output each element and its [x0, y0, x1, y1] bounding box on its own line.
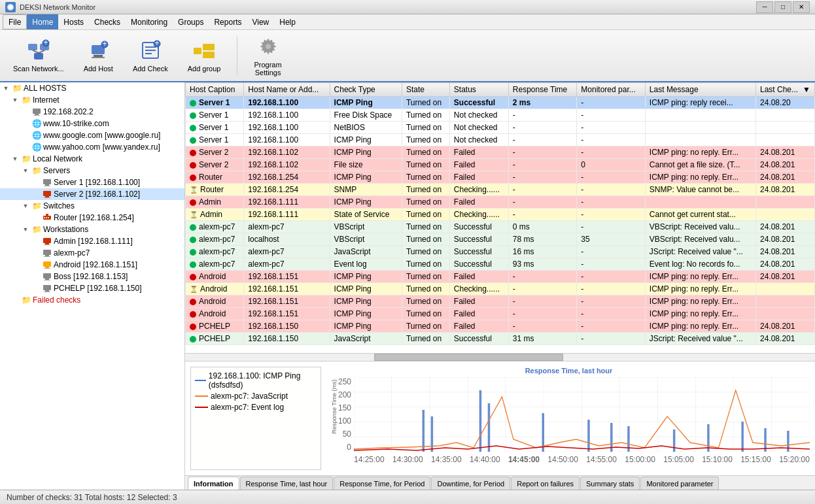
program-settings-button[interactable]: Program Settings [247, 31, 288, 80]
col-resp[interactable]: Response Time [508, 83, 577, 97]
add-group-button[interactable]: Add group [181, 35, 228, 76]
table-row[interactable]: alexm-pc7 alexm-pc7 JavaScript Turned on… [186, 246, 815, 258]
tree-item-boss[interactable]: Boss [192.168.1.153] [0, 271, 184, 282]
tree-item-failed[interactable]: 📁 Failed checks [0, 294, 184, 306]
svg-rect-32 [45, 196, 49, 197]
tree-label-boss: Boss [192.168.1.153] [54, 272, 184, 281]
col-check[interactable]: Check Type [330, 83, 402, 97]
tree-label-failed: Failed checks [33, 295, 184, 305]
tree-item-workstations[interactable]: ▼ 📁 Workstations [0, 224, 184, 235]
svg-rect-2 [28, 44, 37, 50]
cell-mon: 0 [577, 159, 646, 171]
tree-item-router[interactable]: Router [192.168.1.254] [0, 212, 184, 224]
tree-item-switches[interactable]: ▼ 📁 Switches [0, 200, 184, 212]
menu-help[interactable]: Help [274, 14, 301, 29]
cell-host: Server 1 [186, 122, 244, 134]
horizontal-scrollbar[interactable] [185, 353, 815, 361]
tree-item-192168202[interactable]: 192.168.202.2 [0, 106, 184, 118]
table-row[interactable]: PCHELP 192.168.1.150 ICMP Ping Turned on… [186, 320, 815, 333]
minimize-button[interactable]: ─ [756, 1, 773, 13]
table-row[interactable]: Android 192.168.1.151 ICMP Ping Turned o… [186, 295, 815, 308]
table-row[interactable]: Android 192.168.1.151 ICMP Ping Turned o… [186, 271, 815, 283]
cell-last: 24.08.201 [756, 184, 815, 196]
tree-item-google[interactable]: 🌐 www.google.com [www.google.ru] [0, 129, 184, 141]
cell-addr: 192.168.1.111 [244, 196, 330, 209]
host-gray-icon-4 [42, 283, 52, 294]
tab-monitored[interactable]: Monitored parameter [640, 477, 719, 490]
col-status[interactable]: Status [449, 83, 508, 97]
table-area[interactable]: Host Caption Host Name or Add... Check T… [185, 82, 815, 353]
table-row[interactable]: alexm-pc7 alexm-pc7 VBScript Turned on S… [186, 221, 815, 233]
tree-label-server1: Server 1 [192.168.1.100] [54, 178, 184, 187]
table-row[interactable]: ⏳Admin 192.168.1.111 State of Service Tu… [186, 209, 815, 221]
maximize-button[interactable]: □ [774, 1, 791, 13]
tree-item-server1[interactable]: Server 1 [192.168.1.100] [0, 176, 184, 188]
cell-addr: 192.168.1.100 [244, 97, 330, 109]
svg-rect-26 [35, 114, 39, 115]
cell-status: Failed [449, 295, 508, 308]
tree-item-localnet[interactable]: ▼ 📁 Local Network [0, 153, 184, 165]
tab-summary[interactable]: Summary stats [580, 477, 640, 490]
scroll-thumb[interactable] [374, 354, 563, 361]
tree-item-admin[interactable]: Admin [192.168.1.111] [0, 235, 184, 247]
tree-item-10strike[interactable]: 🌐 www.10-strike.com [0, 118, 184, 129]
tab-response-last-hour[interactable]: Response Time, last hour [240, 477, 334, 490]
menu-reports[interactable]: Reports [209, 14, 247, 29]
scan-network-button[interactable]: + Scan Network... [7, 35, 71, 76]
tree-item-server2[interactable]: Server 2 [192.168.1.102] [0, 188, 184, 200]
tree-item-pchelp[interactable]: PCHELP [192.168.1.150] [0, 282, 184, 294]
tree-item-alexm[interactable]: alexm-pc7 [0, 247, 184, 259]
menu-checks[interactable]: Checks [89, 14, 126, 29]
add-host-button[interactable]: + Add Host [77, 35, 120, 76]
cell-host: PCHELP [186, 333, 244, 345]
table-row[interactable]: Server 2 192.168.1.102 ICMP Ping Turned … [186, 146, 815, 159]
cell-status: Checking...... [449, 184, 508, 196]
menu-monitoring[interactable]: Monitoring [126, 14, 173, 29]
tree-item-yahoo[interactable]: 🌐 www.yahoo.com [www.yandex.ru] [0, 141, 184, 153]
table-row[interactable]: alexm-pc7 alexm-pc7 Event log Turned on … [186, 258, 815, 271]
legend-label-3: alexm-pc7: Event log [211, 403, 284, 412]
close-button[interactable]: ✕ [793, 1, 810, 13]
table-row[interactable]: alexm-pc7 localhost VBScript Turned on S… [186, 233, 815, 246]
table-row[interactable]: Admin 192.168.1.111 ICMP Ping Turned on … [186, 196, 815, 209]
table-row[interactable]: Server 1 192.168.1.100 Free Disk Space T… [186, 109, 815, 122]
menu-hosts[interactable]: Hosts [58, 14, 89, 29]
tree-item-internet[interactable]: ▼ 📁 Internet [0, 94, 184, 106]
tree-item-servers[interactable]: ▼ 📁 Servers [0, 165, 184, 176]
tree-item-android[interactable]: Android [192.168.1.151] [0, 259, 184, 271]
table-row[interactable]: ⏳Android 192.168.1.151 ICMP Ping Turned … [186, 283, 815, 295]
table-row[interactable]: Server 1 192.168.1.100 NetBIOS Turned on… [186, 122, 815, 134]
table-row[interactable]: Server 2 192.168.1.102 File size Turned … [186, 159, 815, 171]
col-mon[interactable]: Monitored par... [577, 83, 646, 97]
menu-home[interactable]: Home [27, 14, 58, 29]
tab-report-failures[interactable]: Report on failures [511, 477, 580, 490]
col-state[interactable]: State [402, 83, 449, 97]
table-row[interactable]: Router 192.168.1.254 ICMP Ping Turned on… [186, 171, 815, 184]
status-bar: Number of checks: 31 Total hosts: 12 Sel… [0, 490, 815, 504]
tree-root[interactable]: ▼ 📁 ALL HOSTS [0, 82, 184, 94]
tab-information[interactable]: Information [188, 477, 239, 490]
add-check-button[interactable]: + Add Check [126, 35, 175, 76]
svg-rect-21 [203, 44, 215, 50]
svg-text:+: + [43, 39, 48, 47]
col-last[interactable]: Last Che...▼ [756, 83, 815, 97]
col-host[interactable]: Host Caption [186, 83, 244, 97]
table-row[interactable]: ⏳Router 192.168.1.254 SNMP Turned on Che… [186, 184, 815, 196]
cell-last: 24.08.201 [756, 233, 815, 246]
menu-view[interactable]: View [247, 14, 274, 29]
table-row[interactable]: Server 1 192.168.1.100 ICMP Ping Turned … [186, 97, 815, 109]
svg-text:+: + [154, 39, 159, 48]
cell-status: Not checked [449, 134, 508, 146]
cell-host: ⏳Android [186, 283, 244, 295]
menu-file[interactable]: File [3, 14, 27, 29]
table-row[interactable]: PCHELP 192.168.1.150 JavaScript Turned o… [186, 333, 815, 345]
menu-groups[interactable]: Groups [173, 14, 209, 29]
tab-response-period[interactable]: Response Time, for Period [334, 477, 430, 490]
tab-downtime[interactable]: Downtime, for Period [431, 477, 510, 490]
table-row[interactable]: Server 1 192.168.1.100 ICMP Ping Turned … [186, 134, 815, 146]
table-row[interactable]: Android 192.168.1.151 ICMP Ping Turned o… [186, 308, 815, 320]
svg-rect-40 [45, 243, 49, 244]
bottom-tabs: Information Response Time, last hour Res… [185, 475, 815, 490]
col-msg[interactable]: Last Message [645, 83, 755, 97]
col-addr[interactable]: Host Name or Add... [244, 83, 330, 97]
